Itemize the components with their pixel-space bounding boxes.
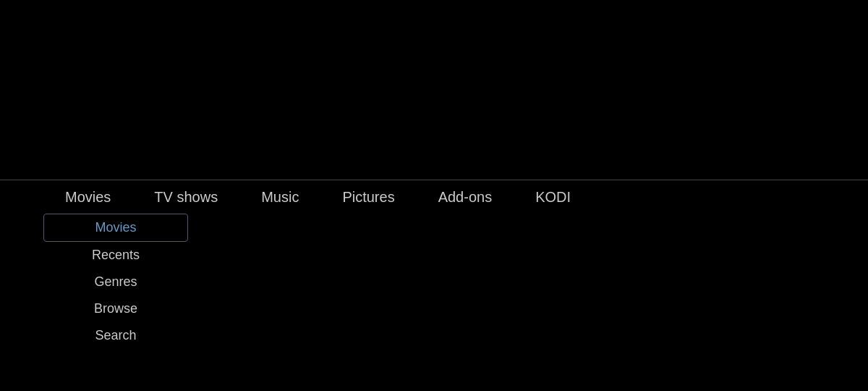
navigation-bar: Movies TV shows Music Pictures Add-ons K… — [0, 180, 868, 214]
dropdown-item-movies[interactable]: Movies — [43, 214, 188, 242]
dropdown-item-search[interactable]: Search — [43, 322, 188, 349]
dropdown-item-genres[interactable]: Genres — [43, 269, 188, 295]
movies-dropdown: Movies Recents Genres Browse Search — [43, 214, 188, 349]
nav-item-music[interactable]: Music — [239, 180, 320, 214]
nav-item-add-ons[interactable]: Add-ons — [417, 180, 514, 214]
dropdown-item-browse[interactable]: Browse — [43, 295, 188, 322]
nav-item-pictures[interactable]: Pictures — [320, 180, 416, 214]
nav-item-tv-shows[interactable]: TV shows — [132, 180, 239, 214]
nav-item-kodi[interactable]: KODI — [514, 180, 592, 214]
nav-item-movies[interactable]: Movies — [43, 180, 132, 214]
dropdown-item-recents[interactable]: Recents — [43, 242, 188, 269]
